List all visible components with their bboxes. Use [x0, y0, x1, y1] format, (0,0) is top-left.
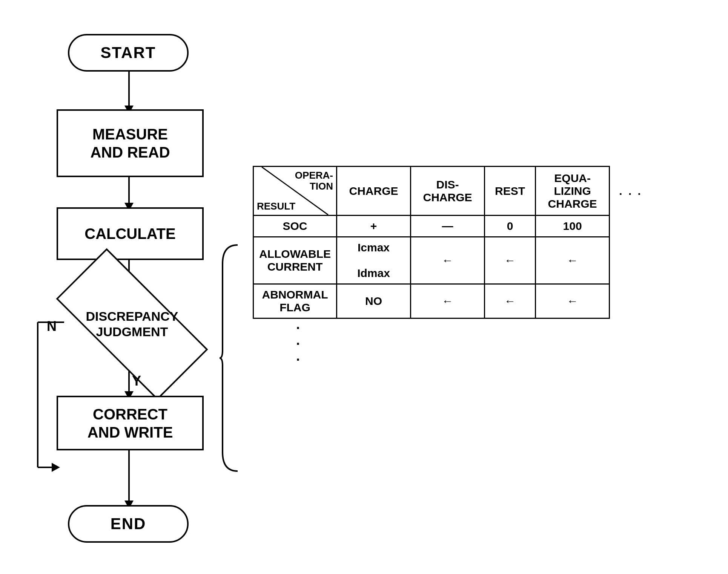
header-equalizing: EQUA-LIZINGCHARGE — [536, 167, 610, 216]
header-more: . . . — [610, 167, 652, 216]
discrepancy-diamond: DISCREPANCYJUDGMENT — [45, 286, 219, 362]
header-result-text: RESULT — [257, 201, 295, 212]
allowable-equalizing-cell: ← — [536, 237, 610, 284]
end-label: END — [111, 515, 146, 533]
allowable-more-cell — [610, 237, 652, 284]
abnormal-charge-cell: NO — [336, 284, 410, 318]
start-label: START — [101, 44, 156, 62]
calculate-label: CALCULATE — [84, 225, 175, 242]
correct-label: CORRECTAND WRITE — [88, 405, 173, 441]
soc-more-cell — [610, 216, 652, 237]
allowable-rest-cell: ← — [484, 237, 535, 284]
measure-box: MEASUREAND READ — [57, 109, 204, 177]
svg-marker-9 — [52, 463, 60, 472]
header-diagonal-cell: OPERA-TION RESULT — [253, 167, 337, 216]
abnormal-more-cell — [610, 284, 652, 318]
operation-table-container: OPERA-TION RESULT CHARGE DIS-CHARGE REST… — [230, 166, 664, 369]
soc-equalizing-cell: 100 — [536, 216, 610, 237]
soc-rest-cell: 0 — [484, 216, 535, 237]
header-operation-text: OPERA-TION — [295, 170, 333, 191]
soc-row: SOC + — 0 100 — [253, 216, 652, 237]
diagram-container: START MEASUREAND READ CALCULATE DISCREPA… — [30, 23, 690, 550]
dots-row: ··· — [253, 318, 652, 370]
abnormal-discharge-cell: ← — [410, 284, 484, 318]
operation-table: OPERA-TION RESULT CHARGE DIS-CHARGE REST… — [253, 166, 653, 369]
soc-discharge-cell: — — [410, 216, 484, 237]
header-discharge: DIS-CHARGE — [410, 167, 484, 216]
start-shape: START — [68, 34, 189, 72]
dots-cell: ··· — [253, 318, 337, 370]
measure-label: MEASUREAND READ — [90, 125, 170, 161]
correct-box: CORRECTAND WRITE — [57, 396, 204, 450]
abnormal-equalizing-cell: ← — [536, 284, 610, 318]
end-shape: END — [68, 505, 189, 543]
soc-charge-cell: + — [336, 216, 410, 237]
y-label: Y — [132, 373, 141, 389]
header-charge: CHARGE — [336, 167, 410, 216]
abnormal-result-cell: ABNORMALFLAG — [253, 284, 337, 318]
header-rest: REST — [484, 167, 535, 216]
calculate-box: CALCULATE — [57, 207, 204, 260]
allowable-charge-cell: IcmaxIdmax — [336, 237, 410, 284]
discrepancy-label: DISCREPANCYJUDGMENT — [86, 309, 178, 340]
allowable-result-cell: ALLOWABLECURRENT — [253, 237, 337, 284]
soc-result-cell: SOC — [253, 216, 337, 237]
allowable-discharge-cell: ← — [410, 237, 484, 284]
n-label: N — [47, 318, 57, 334]
abnormal-flag-row: ABNORMALFLAG NO ← ← ← — [253, 284, 652, 318]
abnormal-rest-cell: ← — [484, 284, 535, 318]
allowable-current-row: ALLOWABLECURRENT IcmaxIdmax ← ← ← — [253, 237, 652, 284]
